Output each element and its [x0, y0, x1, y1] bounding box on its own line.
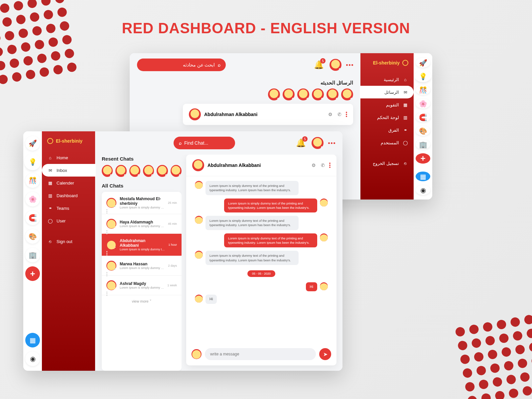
- rail-icon[interactable]: 🚀: [416, 58, 430, 67]
- search-input[interactable]: ⌕ابحث عن محادثه: [137, 59, 226, 71]
- messages: Lorem Ipsum is simply dummy text of the …: [186, 176, 336, 345]
- nav-signout[interactable]: ⎋تسجيل الخروج: [360, 157, 414, 170]
- chat-item[interactable]: Abdulrahman AlkabbaniLorem Ipsum is simp…: [102, 234, 182, 256]
- profile-avatar[interactable]: [312, 137, 324, 149]
- chart-icon: ▥: [47, 193, 53, 199]
- rail-icon[interactable]: 🏢: [416, 140, 430, 149]
- conversation-panel: Abdulrahman Alkabbani ⚙ ✆ Lorem Ipsum is…: [186, 155, 336, 365]
- chat-title: Abdulrahman Alkabbani: [204, 112, 324, 117]
- home-icon: ⌂: [47, 155, 53, 161]
- trello-icon[interactable]: ▦: [25, 333, 40, 347]
- more-icon[interactable]: [329, 163, 331, 168]
- github-icon[interactable]: ◉: [25, 351, 40, 366]
- message-input[interactable]: [205, 348, 316, 360]
- icon-rail: 🚀 💡 🎊 🌸 🧲 🎨 🏢 + ▦ ◉: [414, 53, 432, 200]
- rail-icon[interactable]: 💡: [25, 155, 40, 169]
- search-input[interactable]: ⌕Find Chat...: [174, 137, 235, 149]
- nav-dashboard[interactable]: ▥Dashboard: [42, 189, 95, 202]
- msg-avatar: [195, 181, 203, 189]
- nav-user[interactable]: ◯المستخدم: [360, 136, 414, 149]
- user-icon: ◯: [47, 218, 53, 224]
- nav-calendar[interactable]: ▦التقويم: [360, 98, 414, 111]
- avatar[interactable]: [297, 88, 309, 100]
- nav-home[interactable]: ⌂Home: [42, 151, 95, 164]
- github-icon[interactable]: ◉: [416, 185, 430, 195]
- english-window: 🚀 💡 🎊 🌸 🧲 🎨 🏢 + ▦ ◉ El-sherbiniy ⌂Home ✉…: [23, 131, 342, 371]
- nav-user[interactable]: ◯User: [42, 214, 95, 227]
- add-button[interactable]: +: [416, 153, 430, 164]
- decorative-dots: [0, 0, 77, 87]
- message-bubble: Lorem Ipsum is simply dummy text of the …: [224, 233, 317, 248]
- rail-icon[interactable]: 💡: [416, 71, 430, 81]
- chat-list: Mostafa Mahmoud El-sherbiniyLorem Ipsum …: [102, 192, 182, 371]
- icon-rail: 🚀 💡 🎊 🌸 🧲 🎨 🏢 + ▦ ◉: [23, 131, 42, 371]
- chat-avatar: [192, 159, 204, 171]
- nav-teams[interactable]: ⚭الفرق: [360, 124, 414, 136]
- nav-inbox[interactable]: ✉الرسائل: [360, 86, 414, 98]
- nav-dashboard[interactable]: ▥لوحة التحكم: [360, 111, 414, 124]
- nav-home[interactable]: ⌂الرئيسية: [360, 73, 414, 86]
- avatar[interactable]: [283, 88, 295, 100]
- profile-avatar[interactable]: [330, 59, 341, 71]
- sidebar: El-sherbiniy ⌂Home ✉Inbox ▦Calender ▥Das…: [42, 131, 95, 371]
- chat-icon: ✉: [47, 167, 53, 173]
- msg-avatar: [320, 199, 328, 206]
- rail-icon[interactable]: 🧲: [416, 112, 430, 122]
- msg-avatar: [320, 233, 328, 241]
- avatar[interactable]: [157, 165, 168, 177]
- settings-icon[interactable]: ⚙: [311, 162, 317, 168]
- msg-avatar: [195, 216, 203, 224]
- compose-bar: ➤: [186, 345, 336, 365]
- trello-icon[interactable]: ▦: [416, 172, 430, 181]
- avatar[interactable]: [129, 165, 140, 177]
- rail-icon[interactable]: 🌸: [416, 99, 430, 108]
- more-icon[interactable]: [346, 112, 347, 117]
- chat-item[interactable]: Haya AldammaghLorem Ipsum is simply dumm…: [102, 214, 182, 234]
- view-more-button[interactable]: view more ˅: [102, 295, 182, 308]
- settings-icon[interactable]: ⚙: [327, 111, 333, 117]
- avatar[interactable]: [143, 165, 154, 177]
- rail-icon[interactable]: 🏢: [25, 248, 40, 262]
- notif-badge: 5: [302, 136, 308, 142]
- more-button[interactable]: [328, 142, 335, 144]
- nav-signout[interactable]: ⎋Sign out: [42, 235, 95, 248]
- rail-icon[interactable]: 🎊: [416, 85, 430, 95]
- avatar[interactable]: [115, 165, 126, 177]
- signout-icon: ⎋: [402, 160, 408, 166]
- avatar[interactable]: [327, 88, 338, 100]
- signout-icon: ⎋: [47, 238, 53, 244]
- rail-icon[interactable]: 🧲: [25, 210, 40, 225]
- nav-calendar[interactable]: ▦Calender: [42, 177, 95, 189]
- rail-icon[interactable]: 🌸: [25, 192, 40, 206]
- message-bubble: Lorem Ipsum is simply dummy text of the …: [205, 251, 299, 265]
- rail-icon[interactable]: 🚀: [25, 136, 40, 151]
- avatar[interactable]: [341, 88, 353, 100]
- avatar[interactable]: [171, 165, 182, 177]
- notif-badge: 5: [320, 58, 326, 64]
- rail-icon[interactable]: 🎨: [25, 229, 40, 244]
- notifications-button[interactable]: 🔔5: [313, 59, 325, 71]
- more-button[interactable]: [346, 64, 353, 66]
- call-icon[interactable]: ✆: [336, 111, 342, 117]
- chat-item[interactable]: Mostafa Mahmoud El-sherbiniyLorem Ipsum …: [102, 192, 182, 214]
- teams-icon: ⚭: [402, 127, 408, 133]
- rail-icon[interactable]: 🎨: [416, 126, 430, 136]
- search-icon: ⌕: [218, 62, 220, 67]
- avatar[interactable]: [312, 88, 324, 100]
- rail-icon[interactable]: 🎊: [25, 173, 40, 188]
- msg-avatar: [195, 251, 203, 259]
- calendar-icon: ▦: [402, 102, 408, 108]
- chat-item[interactable]: Ashraf MagdyLorem Ipsum is simply dummy …: [102, 276, 182, 295]
- notifications-button[interactable]: 🔔5: [295, 137, 307, 149]
- teams-icon: ⚭: [47, 205, 53, 211]
- avatar[interactable]: [102, 165, 113, 177]
- call-icon[interactable]: ✆: [320, 162, 326, 168]
- nav-inbox[interactable]: ✉Inbox: [42, 164, 96, 177]
- nav-teams[interactable]: ⚭Teams: [42, 202, 95, 214]
- chat-item[interactable]: Marwa HassanLorem Ipsum is simply dummy …: [102, 256, 182, 276]
- avatar[interactable]: [268, 88, 280, 100]
- sidebar: El-sherbiniy ⌂الرئيسية ✉الرسائل ▦التقويم…: [360, 53, 414, 200]
- add-button[interactable]: +: [25, 266, 40, 281]
- send-button[interactable]: ➤: [319, 348, 331, 360]
- page-title: RED DASHBOARD - ENGLISH VERSION: [0, 20, 532, 37]
